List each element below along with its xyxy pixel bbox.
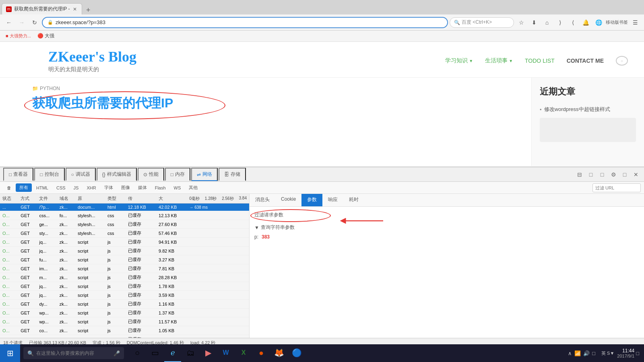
table-row[interactable]: O... GET co... zk... script js 已缓存 1.05 … xyxy=(0,326,249,335)
col-type: 类型 xyxy=(105,194,126,204)
forward-button[interactable]: → xyxy=(16,17,27,28)
table-row[interactable]: O... GET im... zk... script js 已缓存 7.81 … xyxy=(0,264,249,273)
table-row[interactable]: O... GET css... fo... stylesh... css 已缓存… xyxy=(0,211,249,220)
cell-file: wp... xyxy=(37,317,57,326)
filter-flash[interactable]: Flash xyxy=(151,184,169,191)
cell-status: O... xyxy=(0,326,18,335)
devtools-settings2-btn[interactable]: □ xyxy=(597,170,607,179)
bookmark-item-1[interactable]: ■ 大强势力... xyxy=(3,32,33,40)
table-row[interactable]: O... GET dy... zk... script js 已缓存 1.16 … xyxy=(0,300,249,309)
devtools-tab-memory[interactable]: □ 内存 xyxy=(165,168,190,181)
star-button[interactable]: ☆ xyxy=(516,17,527,28)
downloads-button[interactable]: ⬇ xyxy=(528,17,540,28)
clear-network-btn[interactable]: 🗑 xyxy=(3,184,15,191)
taskbar-app-view[interactable]: ○ xyxy=(129,344,146,362)
taskbar-app-firefox[interactable]: 🦊 xyxy=(270,344,287,362)
table-row[interactable]: O... GET sty... zk... stylesh... css 已缓存… xyxy=(0,229,249,238)
filter-css[interactable]: CSS xyxy=(53,184,69,191)
table-row[interactable]: O... GET wp... zk... script js 已缓存 1.37 … xyxy=(0,309,249,317)
filter-js[interactable]: JS xyxy=(70,184,83,191)
nav-shenghuo[interactable]: 生活琐事 ▼ xyxy=(485,57,513,64)
devtools-split-btn[interactable]: ⊟ xyxy=(575,170,584,179)
table-row[interactable]: O... GET jq... zk... script js 已缓存 94.91… xyxy=(0,238,249,247)
search-bar[interactable]: 🔍 百度 <Ctrl+K> xyxy=(450,17,514,28)
sidebar-item-1[interactable]: • 修改wordpress中超链接样式 xyxy=(540,104,636,115)
blog-posts: 📁 PYTHON 获取爬虫所需要的代理IP xyxy=(0,78,531,166)
devtools-undock-btn[interactable]: □ xyxy=(620,170,630,179)
devtools-tab-storage[interactable]: 🗄 存储 xyxy=(219,168,246,181)
reload-button[interactable]: ↻ xyxy=(29,17,40,28)
devtools-settings-btn[interactable]: ⚙ xyxy=(609,170,618,179)
details-tab-params[interactable]: 参数 xyxy=(301,194,322,206)
home-button[interactable]: ⌂ xyxy=(541,17,553,28)
filter-other[interactable]: 其他 xyxy=(185,183,201,192)
table-row[interactable]: O... GET jq... zk... script js 已缓存 9.82 … xyxy=(0,247,249,255)
table-row[interactable]: O... GET jq... zk... script js 已缓存 1.78 … xyxy=(0,282,249,291)
debugger-label: 调试器 xyxy=(76,171,90,178)
details-tab-timing[interactable]: 耗时 xyxy=(343,194,364,206)
nav-contactme[interactable]: CONTACT ME xyxy=(567,58,604,64)
table-row[interactable]: ... GET /?p... zk... docum... html 12.18… xyxy=(0,204,249,211)
nav-todolist[interactable]: TODO LIST xyxy=(525,58,555,64)
settings-button[interactable]: ⟩ xyxy=(554,17,566,28)
table-row[interactable]: O... GET m... zk... script js 已缓存 28.28 … xyxy=(0,273,249,282)
taskbar-app-chrome[interactable]: 🔵 xyxy=(288,344,305,362)
devtools-tab-perf[interactable]: ⊙ 性能 xyxy=(138,168,164,181)
tab-close-button[interactable]: ✕ xyxy=(73,6,77,12)
taskbar-chevron-icon[interactable]: ∧ xyxy=(568,350,572,356)
details-tab-headers[interactable]: 消息头 xyxy=(250,194,275,206)
back2-button[interactable]: ⟨ xyxy=(567,17,578,28)
table-row[interactable]: O... GET ge... zk... stylesh... css 已缓存 … xyxy=(0,220,249,229)
col-method: 方式 xyxy=(18,194,37,204)
devtools-tab-style[interactable]: {} 样式编辑器 xyxy=(97,168,137,181)
new-tab-button[interactable]: + xyxy=(84,6,93,14)
taskbar-app-explorer[interactable]: 🗂 xyxy=(182,344,199,362)
bookmark-item-2[interactable]: 🔴 大强 xyxy=(35,32,57,40)
filter-all[interactable]: 所有 xyxy=(16,183,32,192)
table-row[interactable]: ▲... GET h... h... script js 已缓存 22.34 K… xyxy=(0,335,249,338)
devtools-tab-console[interactable]: □ 控制台 xyxy=(34,168,64,181)
nav-xuexi[interactable]: 学习知识 ▼ xyxy=(445,57,473,64)
details-tab-cookies[interactable]: Cookie xyxy=(275,194,301,206)
menu-button[interactable]: ☰ xyxy=(630,17,641,28)
active-tab[interactable]: m 获取爬虫所需要的代理IP - ✕ xyxy=(2,3,82,14)
start-button[interactable]: ⊞ xyxy=(0,344,20,362)
filter-ws[interactable]: WS xyxy=(170,184,185,191)
notification-icon[interactable]: □ xyxy=(636,350,639,356)
filter-image[interactable]: 图像 xyxy=(118,183,134,192)
volume-icon[interactable]: 🔊 xyxy=(583,350,590,356)
devtools-tab-debugger[interactable]: ○ 调试器 xyxy=(66,168,96,181)
address-bar[interactable]: 🔒 zkeeer.space/?p=383 xyxy=(42,17,448,28)
taskbar-app-word[interactable]: W xyxy=(217,344,234,362)
taskbar-search[interactable]: 🔍 在这里输入你要搜索的内容 🎤 xyxy=(23,347,124,359)
bell-button[interactable]: 🔔 xyxy=(580,17,591,28)
filter-font[interactable]: 字体 xyxy=(101,183,117,192)
filter-url-input[interactable] xyxy=(592,183,641,192)
devtools-tab-inspector[interactable]: □ 查看器 xyxy=(3,168,33,181)
back-button[interactable]: ← xyxy=(3,17,14,28)
devtools-tab-network[interactable]: ⇌ 网络 xyxy=(191,168,218,181)
taskbar-app-edge[interactable]: ℯ xyxy=(164,344,181,362)
filter-xhr[interactable]: XHR xyxy=(83,184,99,191)
network-status-icon[interactable]: 📶 xyxy=(574,350,581,356)
table-row[interactable]: O... GET jq... zk... script js 已缓存 3.59 … xyxy=(0,291,249,300)
table-row[interactable]: O... GET fu... zk... script js 已缓存 3.27 … xyxy=(0,255,249,264)
cell-method: GET xyxy=(18,211,37,220)
post-title[interactable]: 获取爬虫所需要的代理IP xyxy=(32,95,173,112)
cell-type: js xyxy=(105,247,126,255)
taskbar-app-ppt[interactable]: ● xyxy=(253,344,270,362)
taskbar-app-desktop[interactable]: ▭ xyxy=(147,344,163,362)
devtools-close-btn[interactable]: ✕ xyxy=(631,170,641,179)
details-tab-response[interactable]: 响应 xyxy=(322,194,343,206)
taskbar-app-excel[interactable]: X xyxy=(235,344,252,362)
table-row[interactable]: O... GET wp... zk... script js 已缓存 11.57… xyxy=(0,317,249,326)
devtools-dock-btn[interactable]: □ xyxy=(586,170,596,179)
battery-icon[interactable]: □ xyxy=(592,350,595,356)
language-badge[interactable]: 英 S▼ xyxy=(600,350,615,357)
taskbar-app-media[interactable]: ▶ xyxy=(200,344,217,362)
taskbar-clock[interactable]: 11:44 2017/9/1 xyxy=(617,348,634,358)
filter-html[interactable]: HTML xyxy=(33,184,52,191)
filter-media[interactable]: 媒体 xyxy=(134,183,151,192)
globe-button[interactable]: 🌐 xyxy=(593,17,604,28)
cell-reason: script xyxy=(75,300,105,309)
